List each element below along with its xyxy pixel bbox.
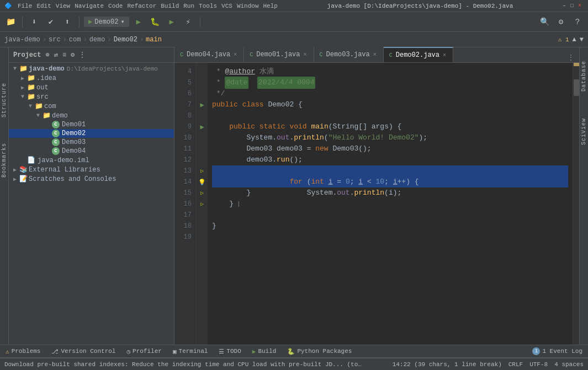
tab-demo01-close[interactable]: × bbox=[303, 52, 306, 58]
tab-python-packages[interactable]: 🐍 Python Packages bbox=[282, 345, 357, 357]
maximize-button[interactable]: □ bbox=[568, 3, 576, 9]
tree-scratches[interactable]: ▶ 📝 Scratches and Consoles bbox=[9, 174, 174, 184]
right-sidebar: Database SciView bbox=[579, 47, 588, 345]
tree-expand-out[interactable]: ▶ bbox=[19, 84, 27, 91]
tree-expand-demo-pkg[interactable]: ▼ bbox=[34, 112, 42, 119]
menu-build[interactable]: Build bbox=[158, 3, 181, 9]
git-commit-icon[interactable]: ✔ bbox=[44, 15, 58, 29]
com-folder-icon: 📁 bbox=[34, 102, 43, 110]
tree-iml[interactable]: 📄 java-demo.iml bbox=[9, 155, 174, 165]
tab-demo01[interactable]: C Demo01.java × bbox=[244, 47, 314, 62]
tree-expand-src[interactable]: ▼ bbox=[19, 94, 27, 100]
sync-icon[interactable]: ⇄ bbox=[54, 51, 58, 59]
sciview-tab[interactable]: SciView bbox=[581, 116, 587, 147]
tab-demo03-close[interactable]: × bbox=[373, 52, 377, 58]
git-update-icon[interactable]: ⬇ bbox=[27, 15, 41, 29]
menu-vcs[interactable]: VCS bbox=[219, 3, 235, 9]
gutter-15: ▷ bbox=[197, 187, 208, 199]
menu-window[interactable]: Window bbox=[235, 3, 261, 9]
help-icon[interactable]: ? bbox=[570, 15, 585, 29]
tab-demo04-close[interactable]: × bbox=[234, 52, 237, 58]
gutter-14[interactable]: 💡 bbox=[197, 176, 208, 187]
status-encoding[interactable]: UTF-8 bbox=[529, 361, 548, 368]
tree-demo04[interactable]: C Demo04 bbox=[9, 147, 174, 155]
breadcrumb-java-demo[interactable]: java-demo bbox=[4, 36, 40, 44]
run-config-selector[interactable]: ▶ Demo02 ▾ bbox=[84, 17, 129, 27]
project-menu-icon[interactable]: ⋮ bbox=[79, 51, 86, 59]
tab-demo03[interactable]: C Demo03.java × bbox=[314, 47, 384, 62]
gutter-run-7[interactable]: ▶ bbox=[197, 99, 208, 110]
profile-button[interactable]: ⚡ bbox=[181, 15, 195, 29]
tabs-overflow[interactable]: ⋮ bbox=[567, 53, 579, 62]
project-settings-icon[interactable]: ⚙ bbox=[71, 51, 75, 59]
breadcrumb-main[interactable]: main bbox=[146, 36, 162, 44]
project-icon[interactable]: 📁 bbox=[3, 15, 18, 29]
bookmarks-tab[interactable]: Bookmarks bbox=[1, 141, 7, 180]
tab-profiler[interactable]: ◷ Profiler bbox=[121, 345, 167, 357]
root-folder-icon: 📁 bbox=[19, 65, 28, 73]
nav-down-icon[interactable]: ▼ bbox=[580, 36, 584, 44]
menu-navigate[interactable]: Navigate bbox=[72, 3, 106, 9]
tree-expand-com[interactable]: ▼ bbox=[27, 103, 34, 109]
structure-tab[interactable]: Structure bbox=[1, 81, 7, 120]
ln-12: 12 bbox=[174, 154, 196, 165]
status-position[interactable]: 14:22 (39 chars, 1 line break) bbox=[393, 361, 502, 368]
code-line-9: public static void main(String[] args) { bbox=[212, 121, 568, 132]
breadcrumb-com[interactable]: com bbox=[69, 36, 81, 44]
tree-expand-idea[interactable]: ▶ bbox=[19, 75, 27, 82]
tab-build[interactable]: ▶ Build bbox=[247, 345, 282, 357]
menu-code[interactable]: Code bbox=[106, 3, 125, 9]
menu-edit[interactable]: Edit bbox=[34, 3, 53, 9]
git-push-icon[interactable]: ⬆ bbox=[60, 15, 75, 29]
breadcrumb-src[interactable]: src bbox=[49, 36, 61, 44]
tree-ext-libs[interactable]: ▶ 📚 External Libraries bbox=[9, 165, 174, 174]
nav-up-icon[interactable]: ▲ bbox=[573, 36, 576, 44]
editor-scrollbar[interactable] bbox=[573, 63, 579, 345]
tree-out[interactable]: ▶ 📁 out bbox=[9, 83, 174, 92]
database-tab[interactable]: Database bbox=[581, 58, 587, 94]
tree-demo03[interactable]: C Demo03 bbox=[9, 138, 174, 147]
search-everywhere-icon[interactable]: 🔍 bbox=[537, 15, 552, 29]
tree-expand-ext-libs[interactable]: ▶ bbox=[11, 167, 19, 173]
status-indent[interactable]: 4 spaces bbox=[554, 361, 584, 368]
menu-tools[interactable]: Tools bbox=[197, 3, 219, 9]
tree-idea[interactable]: ▶ 📁 .idea bbox=[9, 73, 174, 83]
scroll-thumb[interactable] bbox=[574, 79, 579, 96]
settings-icon[interactable]: ⚙ bbox=[554, 15, 568, 29]
tab-demo02[interactable]: C Demo02.java × bbox=[384, 47, 453, 62]
tree-expand-root[interactable]: ▼ bbox=[11, 66, 19, 72]
code-content[interactable]: * @author 水滴 * @date 2022/4/4 0004 */ pu… bbox=[208, 63, 573, 345]
tree-demo01[interactable]: C Demo01 bbox=[9, 120, 174, 129]
menu-refactor[interactable]: Refactor bbox=[125, 3, 158, 9]
debug-button[interactable]: 🐛 bbox=[148, 15, 162, 29]
tree-com[interactable]: ▼ 📁 com bbox=[9, 101, 174, 111]
tree-src[interactable]: ▼ 📁 src bbox=[9, 92, 174, 101]
tab-problems[interactable]: ⚠ Problems bbox=[0, 345, 46, 357]
collapse-all-icon[interactable]: ≡ bbox=[62, 51, 66, 59]
menu-help[interactable]: Help bbox=[261, 3, 280, 9]
menu-run[interactable]: Run bbox=[181, 3, 197, 9]
gutter-run-9[interactable]: ▶ bbox=[197, 121, 208, 132]
tab-todo[interactable]: ☰ TODO bbox=[213, 345, 246, 357]
minimize-button[interactable]: – bbox=[560, 3, 568, 9]
breadcrumb-demo[interactable]: demo bbox=[89, 36, 105, 44]
tab-demo04[interactable]: C Demo04.java × bbox=[174, 47, 244, 62]
menu-file[interactable]: File bbox=[15, 3, 34, 9]
tree-demo-pkg[interactable]: ▼ 📁 demo bbox=[9, 111, 174, 120]
add-icon[interactable]: ⊕ bbox=[45, 51, 49, 59]
coverage-button[interactable]: ▶ bbox=[165, 15, 179, 29]
tab-event-log[interactable]: 1 1 Event Log bbox=[527, 345, 588, 357]
status-line-ending[interactable]: CRLF bbox=[508, 361, 523, 368]
tab-demo02-close[interactable]: × bbox=[443, 52, 446, 58]
tab-version-control[interactable]: ⎇ Version Control bbox=[46, 345, 121, 357]
tree-root[interactable]: ▼ 📁 java-demo D:\IdeaProjects\java-demo bbox=[9, 64, 174, 73]
tab-terminal[interactable]: ▣ Terminal bbox=[167, 345, 213, 357]
tabs-menu-icon[interactable]: ⋮ bbox=[567, 53, 575, 62]
run-button[interactable]: ▶ bbox=[131, 15, 146, 29]
close-button[interactable]: × bbox=[576, 3, 584, 9]
status-bar: Download pre-built shared indexes: Reduc… bbox=[0, 358, 588, 370]
tree-expand-scratches[interactable]: ▶ bbox=[11, 176, 19, 183]
breadcrumb-demo02[interactable]: Demo02 bbox=[114, 36, 137, 44]
menu-view[interactable]: View bbox=[54, 3, 72, 9]
tree-demo02[interactable]: C Demo02 bbox=[9, 129, 174, 138]
